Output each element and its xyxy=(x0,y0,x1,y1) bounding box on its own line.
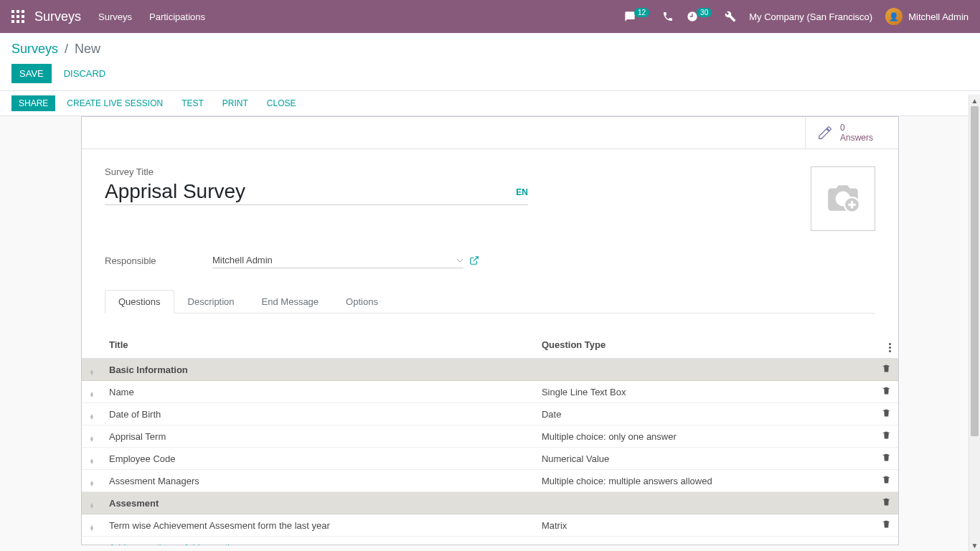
drag-handle[interactable]: ▲▼ xyxy=(82,359,102,381)
scrollbar[interactable]: ▲ ▼ xyxy=(969,95,980,551)
trash-icon xyxy=(882,430,891,440)
activities-button[interactable]: 30 xyxy=(687,11,712,22)
discard-button[interactable]: DISCARD xyxy=(56,64,114,83)
company-switcher[interactable]: My Company (San Francisco) xyxy=(749,11,872,22)
row-title: Basic Information xyxy=(102,359,534,381)
drag-handle[interactable]: ▲▼ xyxy=(82,492,102,514)
question-row[interactable]: ▲▼Assesment ManagersMultiple choice: mul… xyxy=(82,470,898,492)
question-row[interactable]: ▲▼Date of BirthDate xyxy=(82,403,898,425)
trash-icon xyxy=(882,497,891,507)
add-question-link[interactable]: Add a question xyxy=(109,542,171,545)
close-button[interactable]: CLOSE xyxy=(260,95,303,111)
form-container: 0 Answers Survey Title EN xyxy=(0,116,980,545)
drag-handle[interactable]: ▲▼ xyxy=(82,514,102,537)
section-row[interactable]: ▲▼Basic Information xyxy=(82,359,898,381)
brand[interactable]: Surveys xyxy=(34,9,81,24)
form-sheet: 0 Answers Survey Title EN xyxy=(81,116,899,545)
print-button[interactable]: PRINT xyxy=(215,95,255,111)
col-menu[interactable] xyxy=(875,331,898,359)
scrollbar-thumb[interactable] xyxy=(971,106,979,436)
nav-surveys[interactable]: Surveys xyxy=(98,11,132,22)
save-button[interactable]: SAVE xyxy=(11,64,52,83)
external-link-icon[interactable] xyxy=(469,255,479,265)
answers-label: Answers xyxy=(840,133,873,143)
image-upload[interactable] xyxy=(811,166,875,231)
row-title: Term wise Achievement Assesment form the… xyxy=(102,514,534,537)
row-type: Single Line Text Box xyxy=(534,381,875,403)
test-button[interactable]: TEST xyxy=(174,95,211,111)
svg-rect-4 xyxy=(17,15,19,18)
col-title[interactable]: Title xyxy=(102,331,534,359)
scroll-up-icon[interactable]: ▲ xyxy=(969,95,980,106)
drag-handle[interactable]: ▲▼ xyxy=(82,470,102,492)
tab-description[interactable]: Description xyxy=(174,290,248,314)
trash-icon xyxy=(882,408,891,418)
delete-row-button[interactable] xyxy=(875,359,898,381)
answers-count: 0 xyxy=(840,123,873,133)
phone-button[interactable] xyxy=(662,11,674,22)
statusbar: SHARE CREATE LIVE SESSION TEST PRINT CLO… xyxy=(0,91,980,116)
drag-handle-icon: ▲▼ xyxy=(90,414,95,420)
row-title: Name xyxy=(102,381,534,403)
row-type xyxy=(534,359,875,381)
apps-icon[interactable] xyxy=(11,10,24,23)
create-live-session-button[interactable]: CREATE LIVE SESSION xyxy=(60,95,170,111)
control-panel: Surveys / New SAVE DISCARD xyxy=(0,33,980,91)
lang-badge[interactable]: EN xyxy=(516,187,528,203)
tab-end-message[interactable]: End Message xyxy=(248,290,333,314)
delete-row-button[interactable] xyxy=(875,514,898,537)
responsible-label: Responsible xyxy=(105,255,212,266)
svg-rect-2 xyxy=(22,10,24,13)
phone-icon xyxy=(662,11,674,22)
col-type[interactable]: Question Type xyxy=(534,331,875,359)
delete-row-button[interactable] xyxy=(875,425,898,448)
trash-icon xyxy=(882,386,891,395)
drag-handle[interactable]: ▲▼ xyxy=(82,448,102,470)
drag-handle-icon: ▲▼ xyxy=(90,436,95,442)
messaging-button[interactable]: 12 xyxy=(624,11,649,22)
svg-rect-8 xyxy=(22,20,24,23)
add-section-link[interactable]: Add a section xyxy=(184,542,240,545)
drag-handle-icon: ▲▼ xyxy=(90,525,95,531)
drag-handle[interactable]: ▲▼ xyxy=(82,403,102,425)
svg-rect-5 xyxy=(22,15,24,18)
drag-handle-icon: ▲▼ xyxy=(90,503,95,509)
drag-handle-icon: ▲▼ xyxy=(90,392,95,397)
user-name: Mitchell Admin xyxy=(908,11,969,22)
drag-handle-icon: ▲▼ xyxy=(90,481,95,486)
question-row[interactable]: ▲▼Apprisal TermMultiple choice: only one… xyxy=(82,425,898,448)
question-row[interactable]: ▲▼NameSingle Line Text Box xyxy=(82,381,898,403)
chevron-down-icon[interactable] xyxy=(456,257,463,264)
tab-questions[interactable]: Questions xyxy=(105,290,174,314)
delete-row-button[interactable] xyxy=(875,381,898,403)
scroll-down-icon[interactable]: ▼ xyxy=(969,540,980,551)
drag-handle[interactable]: ▲▼ xyxy=(82,381,102,403)
survey-title-input[interactable] xyxy=(105,180,509,203)
survey-title-label: Survey Title xyxy=(105,166,811,177)
breadcrumb-current: New xyxy=(75,42,100,56)
delete-row-button[interactable] xyxy=(875,492,898,514)
debug-button[interactable] xyxy=(725,11,736,22)
wrench-icon xyxy=(725,11,736,22)
question-row[interactable]: ▲▼Employee CodeNumerical Value xyxy=(82,448,898,470)
nav-participations[interactable]: Participations xyxy=(149,11,205,22)
row-title: Assesment xyxy=(102,492,534,514)
delete-row-button[interactable] xyxy=(875,403,898,425)
user-menu[interactable]: 👤 Mitchell Admin xyxy=(885,8,969,25)
delete-row-button[interactable] xyxy=(875,470,898,492)
row-type: Numerical Value xyxy=(534,448,875,470)
row-type: Multiple choice: multiple answers allowe… xyxy=(534,470,875,492)
topnav: Surveys Surveys Participations 12 30 My … xyxy=(0,0,980,33)
drag-handle[interactable]: ▲▼ xyxy=(82,425,102,448)
section-row[interactable]: ▲▼Assesment xyxy=(82,492,898,514)
trash-icon xyxy=(882,364,891,373)
share-button[interactable]: SHARE xyxy=(11,95,55,111)
button-box: 0 Answers xyxy=(82,117,898,149)
answers-stat-button[interactable]: 0 Answers xyxy=(805,117,898,149)
tab-options[interactable]: Options xyxy=(332,290,392,314)
breadcrumb-root[interactable]: Surveys xyxy=(11,42,58,56)
question-row[interactable]: ▲▼Term wise Achievement Assesment form t… xyxy=(82,514,898,537)
delete-row-button[interactable] xyxy=(875,448,898,470)
tabs: Questions Description End Message Option… xyxy=(105,290,875,314)
responsible-field[interactable]: Mitchell Admin xyxy=(212,253,463,268)
